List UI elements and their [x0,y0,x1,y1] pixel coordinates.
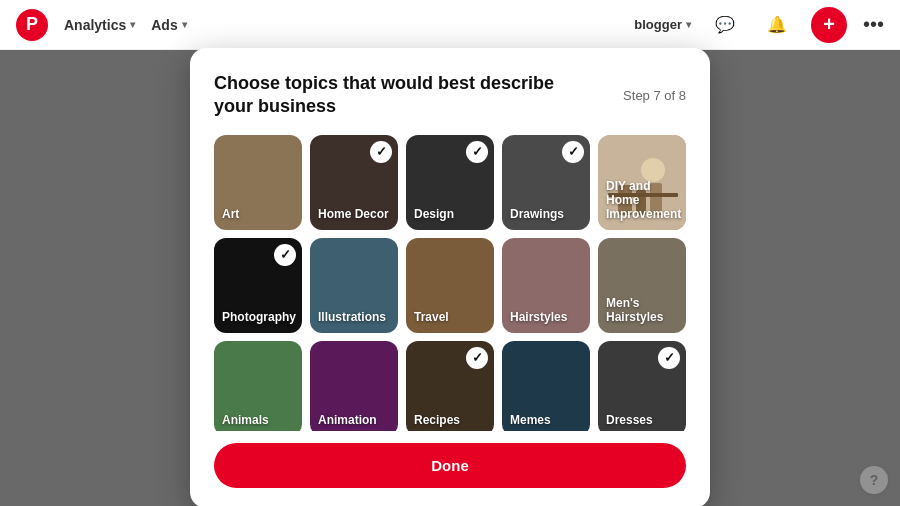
topic-label-home-decor: Home Decor [318,207,389,221]
more-options-btn[interactable]: ••• [863,13,884,36]
user-nav[interactable]: blogger ▾ [634,17,691,32]
modal-footer: Done [190,431,710,506]
topic-card-memes[interactable]: Memes [502,341,590,431]
topic-grid: ArtHome Decor✓Design✓Drawings✓ DIY and H… [214,135,686,431]
topic-label-illustrations: Illustrations [318,310,386,324]
topic-card-home-decor[interactable]: Home Decor✓ [310,135,398,230]
add-icon: + [823,13,835,36]
topic-label-drawings: Drawings [510,207,564,221]
topic-card-photography[interactable]: Photography✓ [214,238,302,333]
topic-card-art[interactable]: Art [214,135,302,230]
topic-check-drawings: ✓ [562,141,584,163]
topic-card-mens-hairstyles[interactable]: Men's Hairstyles [598,238,686,333]
topic-label-mens-hairstyles: Men's Hairstyles [606,296,686,325]
topic-card-dresses[interactable]: Dresses✓ [598,341,686,431]
ads-label: Ads [151,17,177,33]
modal-header: Choose topics that would best describe y… [190,48,710,135]
topic-label-diy-home: DIY and Home Improvement [606,179,686,222]
topic-label-photography: Photography [222,310,296,324]
topic-check-home-decor: ✓ [370,141,392,163]
analytics-nav[interactable]: Analytics ▾ [64,17,135,33]
pinterest-logo[interactable]: P [16,9,48,41]
topic-modal: Choose topics that would best describe y… [190,48,710,506]
topic-label-memes: Memes [510,413,551,427]
modal-title: Choose topics that would best describe y… [214,72,594,119]
topics-scroll-area[interactable]: ArtHome Decor✓Design✓Drawings✓ DIY and H… [190,135,710,431]
logo-p: P [26,14,38,35]
topic-label-hairstyles: Hairstyles [510,310,567,324]
message-btn[interactable]: 💬 [707,7,743,43]
topic-check-recipes: ✓ [466,347,488,369]
add-btn[interactable]: + [811,7,847,43]
user-label: blogger [634,17,682,32]
topic-card-drawings[interactable]: Drawings✓ [502,135,590,230]
topic-card-illustrations[interactable]: Illustrations [310,238,398,333]
user-chevron-icon: ▾ [686,19,691,30]
topic-label-dresses: Dresses [606,413,653,427]
topic-card-animals[interactable]: Animals [214,341,302,431]
topic-label-design: Design [414,207,454,221]
topic-check-dresses: ✓ [658,347,680,369]
topic-label-art: Art [222,207,239,221]
notification-btn[interactable]: 🔔 [759,7,795,43]
navbar: P Analytics ▾ Ads ▾ blogger ▾ 💬 🔔 + ••• [0,0,900,50]
step-label: Step 7 of 8 [623,88,686,103]
ads-chevron-icon: ▾ [182,19,187,30]
topic-card-diy-home[interactable]: DIY and Home Improvement [598,135,686,230]
topic-check-design: ✓ [466,141,488,163]
done-button[interactable]: Done [214,443,686,488]
topic-card-animation[interactable]: Animation [310,341,398,431]
topic-card-design[interactable]: Design✓ [406,135,494,230]
overlay: Choose topics that would best describe y… [0,50,900,506]
topic-label-animation: Animation [318,413,377,427]
topic-label-travel: Travel [414,310,449,324]
ads-nav[interactable]: Ads ▾ [151,17,186,33]
topic-label-recipes: Recipes [414,413,460,427]
topic-label-animals: Animals [222,413,269,427]
topic-card-hairstyles[interactable]: Hairstyles [502,238,590,333]
topic-card-travel[interactable]: Travel [406,238,494,333]
dots-icon: ••• [863,13,884,35]
topic-card-recipes[interactable]: Recipes✓ [406,341,494,431]
topic-check-photography: ✓ [274,244,296,266]
analytics-chevron-icon: ▾ [130,19,135,30]
analytics-label: Analytics [64,17,126,33]
